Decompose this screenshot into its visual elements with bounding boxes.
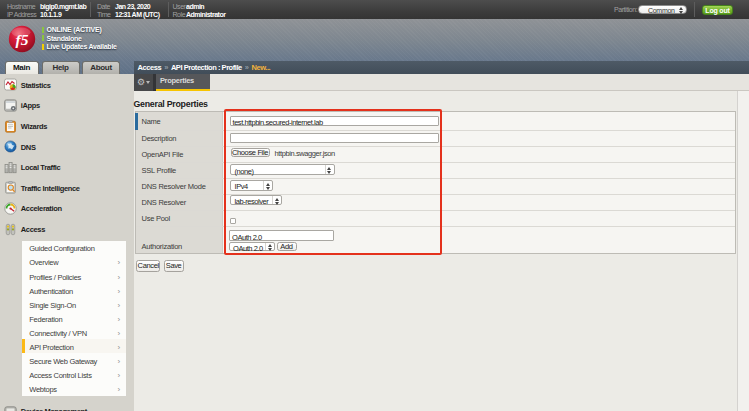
svg-text:f5: f5	[15, 31, 28, 48]
